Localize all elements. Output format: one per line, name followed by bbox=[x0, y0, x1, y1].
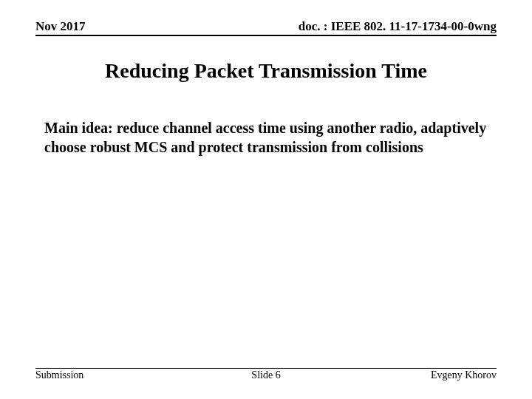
main-idea-text: Main idea: reduce channel access time us… bbox=[44, 118, 488, 157]
footer-author: Evgeny Khorov bbox=[431, 369, 497, 381]
header-date: Nov 2017 bbox=[35, 19, 86, 34]
page-title: Reducing Packet Transmission Time bbox=[35, 59, 497, 83]
header: Nov 2017 doc. : IEEE 802. 11-17-1734-00-… bbox=[35, 19, 497, 36]
footer-left: Submission bbox=[35, 369, 83, 381]
header-doc: doc. : IEEE 802. 11-17-1734-00-0wng bbox=[299, 19, 497, 34]
footer: Submission Slide 6 Evgeny Khorov bbox=[35, 368, 497, 381]
footer-slide-number: Slide 6 bbox=[35, 369, 497, 381]
